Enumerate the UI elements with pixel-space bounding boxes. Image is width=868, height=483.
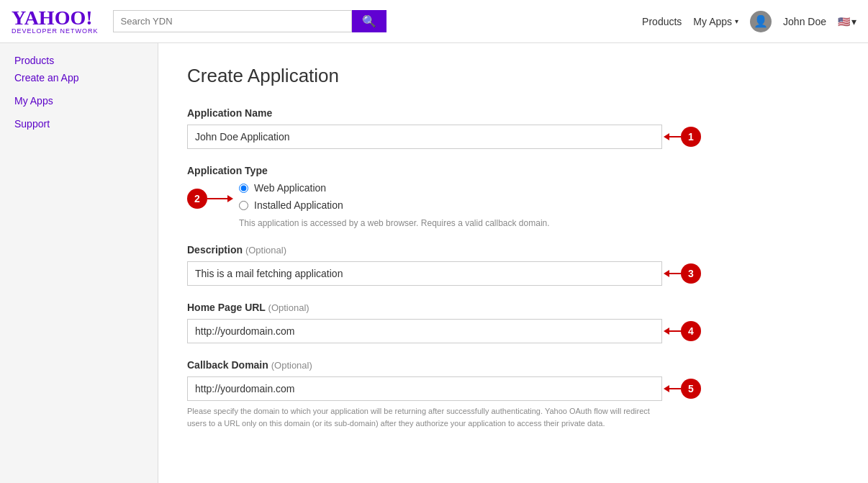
annotation-badge-1: 1 xyxy=(681,127,701,147)
sidebar-item-products[interactable]: Products xyxy=(0,49,68,72)
description-optional: (Optional) xyxy=(245,245,286,256)
app-name-row: 1 xyxy=(187,125,839,149)
yahoo-logo: YAHOO! xyxy=(12,8,93,28)
arrow-left-5-icon xyxy=(668,388,681,389)
callback-optional: (Optional) xyxy=(271,360,312,371)
header: YAHOO! DEVELOPER NETWORK 🔍 Products My A… xyxy=(0,0,868,43)
arrow-left-4-icon xyxy=(668,330,681,332)
app-name-input[interactable] xyxy=(187,125,662,149)
description-label-text: Description xyxy=(187,244,243,256)
annotation-2-arrow xyxy=(207,198,229,199)
radio-installed-application[interactable]: Installed Application xyxy=(239,199,343,211)
callback-input[interactable] xyxy=(187,376,662,401)
annotation-badge-4: 4 xyxy=(681,321,701,341)
arrow-left-3-icon xyxy=(668,273,681,274)
callback-label: Callback Domain (Optional) xyxy=(187,359,839,371)
app-type-annotation-row: 2 Web Application Installed Application xyxy=(187,182,839,215)
user-name-label: John Doe xyxy=(783,16,826,27)
radio-installed-label: Installed Application xyxy=(254,199,343,211)
homepage-label-text: Home Page URL xyxy=(187,302,266,313)
arrow-left-icon xyxy=(668,136,681,137)
description-section: Description (Optional) 3 xyxy=(187,244,839,286)
sidebar-item-my-apps[interactable]: My Apps xyxy=(0,89,158,112)
app-type-section: Application Type 2 Web Application Insta… xyxy=(187,165,839,228)
homepage-section: Home Page URL (Optional) 4 xyxy=(187,302,839,343)
flag-icon: 🇺🇸 xyxy=(838,16,850,27)
sidebar-item-support[interactable]: Support xyxy=(0,112,158,135)
app-type-radio-group: Web Application Installed Application xyxy=(239,182,343,211)
callback-row: 5 xyxy=(187,376,839,401)
search-input[interactable] xyxy=(113,10,352,32)
my-apps-chevron-icon: ▾ xyxy=(735,17,738,25)
logo: YAHOO! DEVELOPER NETWORK xyxy=(12,8,99,35)
search-area: 🔍 xyxy=(113,10,386,32)
radio-web-label: Web Application xyxy=(254,182,326,194)
sidebar: Products Create an App My Apps Support xyxy=(0,43,158,483)
description-input[interactable] xyxy=(187,261,662,286)
annotation-5-arrow: 5 xyxy=(668,379,701,399)
layout: Products Create an App My Apps Support C… xyxy=(0,43,868,483)
callback-section: Callback Domain (Optional) 5 Please spec… xyxy=(187,359,839,429)
my-apps-nav-button[interactable]: My Apps ▾ xyxy=(693,16,738,27)
main-content: Create Application Application Name 1 Ap… xyxy=(158,43,868,483)
page-title: Create Application xyxy=(187,65,839,87)
description-row: 3 xyxy=(187,261,839,286)
app-type-hint: This application is accessed by a web br… xyxy=(239,218,839,228)
header-right: Products My Apps ▾ 👤 John Doe 🇺🇸 ▾ xyxy=(642,11,856,32)
app-type-label: Application Type xyxy=(187,165,839,176)
products-nav-link[interactable]: Products xyxy=(642,16,682,27)
radio-web-application[interactable]: Web Application xyxy=(239,182,343,194)
annotation-badge-5: 5 xyxy=(681,379,701,399)
annotation-4-arrow: 4 xyxy=(668,321,701,341)
flag-chevron-icon: ▾ xyxy=(851,16,856,27)
homepage-label: Home Page URL (Optional) xyxy=(187,302,839,313)
annotation-badge-2: 2 xyxy=(187,189,207,209)
annotation-1-arrow: 1 xyxy=(668,127,701,147)
app-name-section: Application Name 1 xyxy=(187,107,839,149)
annotation-3-arrow: 3 xyxy=(668,263,701,284)
radio-installed-input[interactable] xyxy=(239,201,248,210)
user-avatar-icon: 👤 xyxy=(750,11,772,32)
callback-hint: Please specify the domain to which your … xyxy=(187,405,662,429)
developer-network-label: DEVELOPER NETWORK xyxy=(12,28,99,35)
my-apps-nav-label: My Apps xyxy=(693,16,732,27)
search-button[interactable]: 🔍 xyxy=(352,10,386,32)
radio-web-input[interactable] xyxy=(239,184,248,193)
annotation-badge-3: 3 xyxy=(681,263,701,284)
app-name-label: Application Name xyxy=(187,107,839,119)
homepage-optional: (Optional) xyxy=(268,302,309,313)
language-flag[interactable]: 🇺🇸 ▾ xyxy=(838,16,856,27)
homepage-input[interactable] xyxy=(187,319,662,343)
description-label: Description (Optional) xyxy=(187,244,839,256)
callback-label-text: Callback Domain xyxy=(187,359,268,371)
homepage-row: 4 xyxy=(187,319,839,343)
